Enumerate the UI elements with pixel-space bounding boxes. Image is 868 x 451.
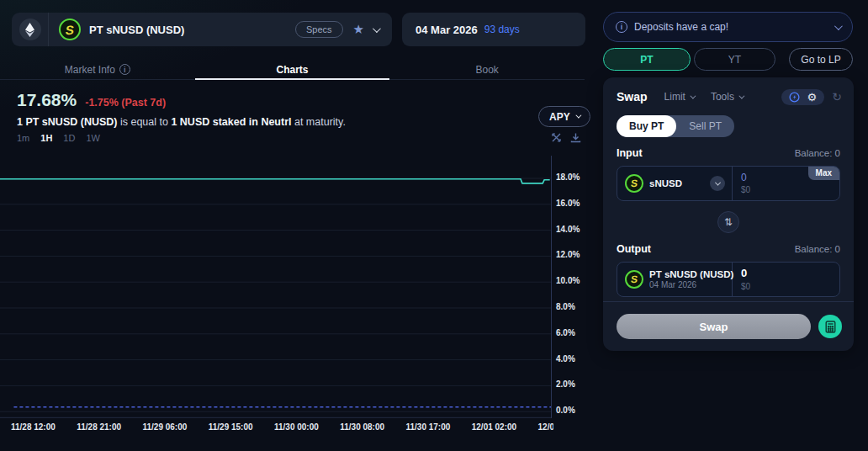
input-balance: Balance: 0 bbox=[795, 148, 840, 158]
tab-yt[interactable]: YT bbox=[694, 48, 775, 71]
x-tick: 12/01 02:00 bbox=[472, 422, 516, 432]
swap-panel-header: Swap Limit Tools ⚙ ↻ bbox=[603, 77, 854, 105]
tools-menu[interactable]: Tools bbox=[711, 91, 743, 103]
deposits-cap-banner[interactable]: i Deposits have a cap! bbox=[603, 12, 853, 42]
range-1d[interactable]: 1D bbox=[63, 133, 75, 143]
cap-banner-text: Deposits have a cap! bbox=[634, 21, 728, 33]
output-token-maturity: 04 Mar 2026 bbox=[649, 280, 733, 291]
desc-text: is equal to bbox=[117, 116, 171, 128]
content-tabs: Market Info i Charts Book bbox=[0, 60, 585, 80]
x-tick: 11/28 21:00 bbox=[77, 422, 121, 432]
go-to-lp-button[interactable]: Go to LP bbox=[789, 48, 853, 71]
market-selector[interactable]: S PT sNUSD (NUSD) Specs ★ bbox=[12, 13, 392, 46]
mode-tabs: PT YT Go to LP bbox=[603, 48, 853, 71]
y-tick: 6.0% bbox=[556, 328, 575, 337]
y-tick: 2.0% bbox=[556, 379, 575, 389]
tab-market-info-label: Market Info bbox=[65, 64, 115, 76]
range-1m[interactable]: 1m bbox=[17, 133, 29, 143]
input-token-selector[interactable]: S sNUSD bbox=[617, 167, 733, 200]
swap-quick-settings: ⚙ bbox=[781, 89, 825, 105]
swap-direction-row: ⇅ bbox=[603, 211, 854, 233]
apy-change-7d: -1.75% (Past 7d) bbox=[85, 97, 166, 109]
tab-charts[interactable]: Charts bbox=[195, 60, 390, 79]
tools-label: Tools bbox=[711, 91, 734, 103]
output-label: Output bbox=[617, 243, 651, 255]
swap-panel: Swap Limit Tools ⚙ ↻ Buy PT Sell PT Inpu… bbox=[603, 77, 854, 351]
tab-pt[interactable]: PT bbox=[603, 48, 691, 71]
x-tick: 11/30 00:00 bbox=[274, 422, 319, 432]
output-row: Output Balance: 0 bbox=[617, 243, 840, 255]
tab-market-info[interactable]: Market Info i bbox=[0, 60, 195, 79]
y-tick: 8.0% bbox=[556, 302, 575, 311]
chart-toolbar bbox=[551, 132, 581, 143]
x-tick: 11/30 08:00 bbox=[340, 422, 384, 432]
chevron-down-icon bbox=[738, 93, 744, 98]
buy-sell-toggle: Buy PT Sell PT bbox=[617, 115, 734, 137]
network-selector[interactable] bbox=[12, 13, 49, 46]
limit-menu[interactable]: Limit bbox=[664, 91, 694, 103]
output-usd-value: $0 bbox=[741, 281, 831, 292]
input-usd-value: $0 bbox=[741, 184, 831, 195]
info-icon: i bbox=[119, 64, 130, 75]
x-tick: 11/29 15:00 bbox=[209, 422, 253, 432]
output-token-name: PT sNUSD (NUSD) bbox=[649, 268, 733, 280]
buy-pt-tab[interactable]: Buy PT bbox=[617, 115, 676, 137]
desc-token: 1 PT sNUSD (NUSD) bbox=[17, 116, 117, 128]
days-remaining: 93 days bbox=[484, 24, 520, 35]
x-tick: 11/29 06:00 bbox=[143, 422, 188, 432]
axis-scale-icon[interactable] bbox=[551, 132, 562, 143]
input-label: Input bbox=[617, 147, 643, 159]
output-balance: Balance: 0 bbox=[795, 244, 840, 254]
auto-mode-icon[interactable] bbox=[789, 92, 800, 103]
output-token[interactable]: S PT sNUSD (NUSD) 04 Mar 2026 bbox=[617, 263, 733, 296]
tab-book-label: Book bbox=[476, 64, 499, 76]
input-box: S sNUSD 0 $0 Max bbox=[617, 166, 840, 201]
y-tick: 4.0% bbox=[556, 354, 575, 363]
refresh-icon[interactable]: ↻ bbox=[832, 91, 842, 103]
tab-charts-label: Charts bbox=[277, 64, 309, 76]
market-title: PT sNUSD (NUSD) bbox=[89, 24, 184, 36]
snusd-token-icon: S bbox=[625, 174, 643, 193]
time-range-selector: 1m 1H 1D 1W bbox=[17, 133, 100, 143]
snusd-token-icon: S bbox=[59, 19, 81, 40]
swap-button[interactable]: Swap bbox=[617, 314, 811, 339]
desc-underlying: 1 NUSD staked in Neutrl bbox=[171, 116, 291, 128]
chart-plot-area[interactable] bbox=[0, 156, 553, 418]
input-token-name: sNUSD bbox=[649, 178, 682, 188]
calculator-button[interactable] bbox=[818, 315, 842, 338]
apy-value: 17.68% bbox=[17, 90, 77, 110]
desc-text-2: at maturity. bbox=[292, 116, 346, 128]
maturity-selector[interactable]: 04 Mar 2026 93 days bbox=[402, 13, 585, 46]
market-chevron-down-icon[interactable] bbox=[373, 24, 381, 33]
banner-chevron-down-icon bbox=[834, 22, 843, 30]
info-icon: i bbox=[616, 21, 627, 33]
maturity-date: 04 Mar 2026 bbox=[415, 24, 478, 36]
favorite-star-icon[interactable]: ★ bbox=[353, 22, 364, 37]
download-icon[interactable] bbox=[570, 132, 581, 143]
swap-direction-button[interactable]: ⇅ bbox=[717, 211, 739, 233]
limit-label: Limit bbox=[664, 91, 685, 103]
specs-button[interactable]: Specs bbox=[295, 21, 343, 38]
apy-stats: 17.68% -1.75% (Past 7d) bbox=[17, 90, 166, 110]
y-tick: 12.0% bbox=[556, 250, 580, 259]
pendle-market-page: S PT sNUSD (NUSD) Specs ★ 04 Mar 2026 93… bbox=[0, 0, 868, 451]
range-1h[interactable]: 1H bbox=[40, 133, 52, 143]
metric-label: APY bbox=[549, 111, 570, 123]
max-button[interactable]: Max bbox=[808, 167, 839, 180]
swap-vertical-icon: ⇅ bbox=[724, 216, 733, 228]
y-tick: 10.0% bbox=[556, 276, 580, 285]
settings-gear-icon[interactable]: ⚙ bbox=[807, 92, 818, 103]
y-tick: 16.0% bbox=[556, 199, 580, 208]
range-1w[interactable]: 1W bbox=[86, 133, 100, 143]
sell-pt-tab[interactable]: Sell PT bbox=[676, 115, 734, 137]
x-tick: 12/01 09:00 bbox=[538, 422, 553, 432]
swap-tab[interactable]: Swap bbox=[617, 90, 648, 103]
swap-panel-footer: Swap bbox=[603, 301, 854, 351]
output-box: S PT sNUSD (NUSD) 04 Mar 2026 0 $0 bbox=[617, 262, 840, 297]
x-tick: 11/28 12:00 bbox=[11, 422, 56, 432]
pt-snusd-token-icon: S bbox=[625, 270, 643, 289]
y-tick: 14.0% bbox=[556, 225, 580, 234]
tab-book[interactable]: Book bbox=[389, 60, 585, 79]
chevron-down-icon bbox=[690, 93, 696, 98]
metric-select-button[interactable]: APY bbox=[538, 106, 590, 127]
